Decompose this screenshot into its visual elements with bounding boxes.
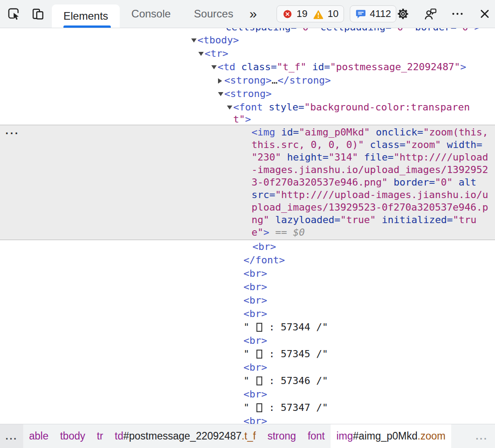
token-gray: == <box>269 227 293 238</box>
token-tag: <tr> <box>205 48 228 59</box>
row-br[interactable]: <br> <box>0 361 495 374</box>
tab-elements-label: Elements <box>63 10 108 22</box>
row-tbody-open[interactable]: <tbody> <box>0 34 495 47</box>
row-br[interactable]: <br> <box>0 307 495 321</box>
row-br[interactable]: <br> <box>0 294 495 307</box>
row-img-line-8[interactable]: ng" lazyloaded="true" initialized="tru <box>0 214 495 226</box>
row-img-line-9[interactable]: e"> == $0 <box>0 226 495 239</box>
expand-arrow-icon[interactable] <box>218 78 222 84</box>
row-img-line-6[interactable]: src="http:////upload-images.jianshu.io/u <box>0 189 495 201</box>
token-val: "http:////upload-images.jianshu.io/u <box>275 189 488 200</box>
inspect-element-icon[interactable] <box>7 7 21 21</box>
token-plain <box>263 101 268 113</box>
breadcrumb-item-img[interactable]: img#aimg_p0Mkd.zoom <box>331 424 451 448</box>
tab-console[interactable]: Console <box>120 0 182 28</box>
token-plain <box>358 152 364 163</box>
row-br-in-font[interactable]: <br> <box>0 240 495 254</box>
row-text-57346[interactable]: " : 57346 /" <box>0 374 495 388</box>
breadcrumb-item-tr[interactable]: tr <box>91 424 109 448</box>
breadcrumb-overflow-right[interactable]: ... <box>469 424 495 448</box>
token-val: "true" <box>340 214 376 225</box>
token-text: " <box>243 321 256 333</box>
row-br[interactable]: <br> <box>0 334 495 347</box>
crumb-part-ctag: img <box>336 430 353 442</box>
dom-tree[interactable]: cellspacing="0" cellpadding="0" border="… <box>0 28 495 424</box>
close-icon[interactable] <box>478 7 491 21</box>
errors-warnings-badge[interactable]: 19 10 <box>277 5 344 22</box>
messages-badge[interactable]: 4112 <box>350 5 396 22</box>
row-img-line-2[interactable]: this.src, 0, 0, 0)" class="zoom" width= <box>0 139 495 151</box>
token-val: this.src, 0, 0, 0)" <box>252 139 364 150</box>
token-plain <box>275 127 281 138</box>
row-text-57344[interactable]: " : 57344 /" <box>0 321 495 334</box>
row-img-line-3[interactable]: "230" height="314" file="http:////upload <box>0 151 495 164</box>
crumb-part-ctag: font <box>308 430 325 442</box>
row-br[interactable]: <br> <box>0 388 495 401</box>
missing-glyph-box <box>256 376 262 385</box>
collapse-arrow-icon[interactable] <box>198 52 204 56</box>
token-val: "314" <box>328 152 358 163</box>
row-br[interactable]: <br> <box>0 267 495 280</box>
breadcrumb-item-table[interactable]: able <box>23 424 54 448</box>
token-text: : 57345 /" <box>263 348 328 359</box>
row-td-open[interactable]: <td class="t_f" id="postmessage_22092487… <box>0 60 495 74</box>
row-font-open-wrap[interactable]: t"> <box>0 114 495 125</box>
row-strong-open[interactable]: <strong> <box>0 87 495 101</box>
token-attr: lazyloaded= <box>275 214 340 225</box>
selected-element-highlight[interactable]: ...<img id="aimg_p0Mkd" onclick="zoom(th… <box>0 125 495 240</box>
token-attr: border= <box>394 177 435 188</box>
token-tag: <strong> <box>224 88 272 99</box>
token-attr: style= <box>268 101 304 113</box>
breadcrumb-item-tbody[interactable]: tbody <box>54 424 91 448</box>
row-table-attrs-clipped[interactable]: cellspacing="0" cellpadding="0" border="… <box>0 28 495 34</box>
row-img-line-4[interactable]: -images.jianshu.io/upload_images/1392952 <box>0 164 495 176</box>
collapse-arrow-icon[interactable] <box>191 38 197 42</box>
breadcrumb-item-strong[interactable]: strong <box>262 424 302 448</box>
row-br[interactable]: <br> <box>0 280 495 294</box>
row-actions-ellipsis[interactable]: ... <box>5 124 20 137</box>
token-attr: cellpadding= <box>320 28 391 34</box>
toolbar-left-icons <box>7 7 45 21</box>
token-attr: alt <box>459 177 477 188</box>
breadcrumb-item-font[interactable]: font <box>302 424 331 448</box>
token-tag: <br> <box>243 415 267 424</box>
tab-elements[interactable]: Elements <box>52 4 120 28</box>
row-text-57345[interactable]: " : 57345 /" <box>0 347 495 361</box>
token-text: : 57344 /" <box>263 321 328 333</box>
row-text-57347[interactable]: " : 57347 /" <box>0 401 495 414</box>
row-br[interactable]: <br> <box>0 414 495 424</box>
token-val: t" <box>233 114 245 125</box>
more-options-icon[interactable] <box>451 7 464 21</box>
row-img-line-5[interactable]: 3-0f270a320537e946.png" border="0" alt <box>0 176 495 189</box>
message-icon <box>355 8 366 20</box>
token-tag: > <box>264 227 269 238</box>
row-strong-collapsed[interactable]: <strong>…</strong> <box>0 74 495 87</box>
crumb-part-ccls: .t_f <box>242 430 256 442</box>
row-font-open[interactable]: <font style="background-color:transparen <box>0 101 495 114</box>
device-toolbar-icon[interactable] <box>31 7 45 21</box>
row-img-line-1[interactable]: <img id="aimg_p0Mkd" onclick="zoom(this, <box>0 126 495 139</box>
collapse-arrow-icon[interactable] <box>227 106 232 110</box>
more-tabs-icon[interactable]: » <box>249 6 257 21</box>
token-val: 3-0f270a320537e946.png" <box>252 177 388 188</box>
settings-gear-icon[interactable] <box>396 7 410 21</box>
missing-glyph-box <box>256 350 262 359</box>
crumb-part-ctag: strong <box>268 430 296 442</box>
token-val: "0" <box>297 28 315 34</box>
collapse-arrow-icon[interactable] <box>211 65 217 69</box>
breadcrumb-item-td[interactable]: td#postmessage_22092487.t_f <box>109 424 262 448</box>
row-img-line-7[interactable]: pload_images/13929523-0f270a320537e946.p <box>0 201 495 214</box>
breadcrumb-overflow-left-button[interactable]: ... <box>0 424 23 448</box>
token-plain <box>281 152 287 163</box>
collapse-arrow-icon[interactable] <box>218 92 223 96</box>
row-tr-open[interactable]: <tr> <box>0 47 495 60</box>
row-font-close[interactable]: </font> <box>0 254 495 267</box>
token-attr: onclick= <box>376 127 423 138</box>
token-plain <box>306 61 312 72</box>
error-count: 19 <box>297 8 307 20</box>
token-plain <box>269 214 275 225</box>
token-text: : 57347 /" <box>263 402 328 413</box>
token-tag: > <box>460 61 466 72</box>
feedback-person-icon[interactable] <box>424 7 437 21</box>
tab-sources[interactable]: Sources <box>182 0 245 28</box>
